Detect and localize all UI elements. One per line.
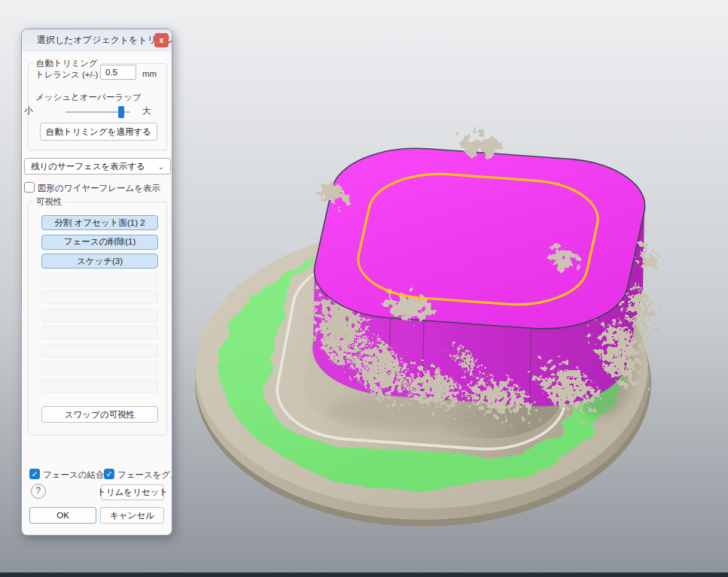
visibility-group: 可視性 分割 オフセット面(1) 2フェースの削除(1)スケッチ(3) スワップ…	[28, 202, 167, 436]
wireframe-checkbox[interactable]	[24, 182, 35, 193]
dialog-title: 選択したオブジェクトをトリミング	[37, 34, 172, 47]
visibility-empty-row	[41, 379, 158, 393]
visibility-empty-row	[41, 326, 158, 339]
help-icon[interactable]: ?	[31, 484, 46, 499]
chevron-down-icon: ⌄	[158, 162, 164, 171]
bottom-bar	[0, 572, 728, 577]
merge-faces-checkbox[interactable]	[29, 469, 40, 479]
group-faces-checkbox[interactable]	[104, 469, 114, 479]
visibility-empty-row	[41, 344, 158, 357]
visibility-empty-row	[41, 290, 158, 304]
slider-max-label: 大	[142, 105, 151, 117]
slider-min-label: 小	[24, 105, 33, 117]
group-faces-label: フェースをグルー	[117, 469, 172, 481]
reset-trim-button[interactable]: トリムをリセット	[101, 484, 164, 500]
overlap-slider-handle[interactable]	[118, 106, 124, 118]
mesh-overlap-label: メッシュとオーバーラップ	[35, 92, 142, 103]
visibility-item-button[interactable]: 分割 オフセット面(1) 2	[41, 215, 158, 230]
wireframe-checkbox-label: 図形のワイヤーフレームを表示	[38, 183, 160, 194]
visibility-group-label: 可視性	[33, 196, 65, 208]
tolerance-input[interactable]	[100, 65, 136, 80]
apply-auto-trim-button[interactable]: 自動トリミングを適用する	[40, 123, 157, 141]
visibility-list: 分割 オフセット面(1) 2フェースの削除(1)スケッチ(3)	[41, 215, 158, 393]
visibility-item-button[interactable]: フェースの削除(1)	[41, 235, 158, 250]
swap-visibility-button[interactable]: スワップの可視性	[41, 406, 158, 423]
visibility-empty-row	[41, 273, 158, 287]
ok-button[interactable]: OK	[29, 507, 96, 524]
visibility-item-button[interactable]: スケッチ(3)	[41, 254, 158, 269]
tolerance-unit: mm	[142, 69, 157, 78]
close-button[interactable]: x	[154, 33, 169, 47]
model-boss-top-face[interactable]	[314, 135, 654, 329]
tolerance-label: トレランス (+/-)	[35, 69, 98, 80]
dropdown-value: 残りのサーフェスを表示する	[31, 161, 145, 172]
visibility-empty-row	[41, 361, 158, 375]
remaining-surfaces-dropdown[interactable]: 残りのサーフェスを表示する ⌄	[24, 158, 171, 175]
dialog-titlebar[interactable]: 選択したオブジェクトをトリミング	[22, 29, 172, 51]
cancel-button[interactable]: キャンセル	[100, 507, 164, 524]
merge-faces-label: フェースの結合	[43, 469, 105, 481]
visibility-empty-row	[41, 308, 158, 322]
auto-trim-group-label: 自動トリミング	[33, 58, 101, 69]
trim-dialog: 選択したオブジェクトをトリミング x 自動トリミング トレランス (+/-) m…	[21, 29, 172, 536]
overlap-slider[interactable]	[65, 111, 130, 113]
